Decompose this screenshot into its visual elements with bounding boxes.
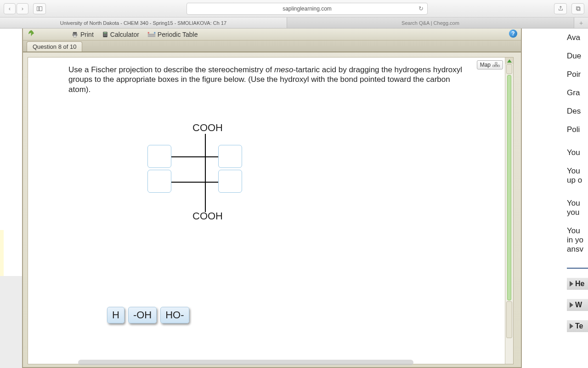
right-strip <box>533 29 553 368</box>
q-pre: Use a Fischer projection to describe the… <box>68 65 274 74</box>
token-oh-left[interactable]: HO- <box>160 307 189 323</box>
calculator-icon <box>102 31 108 38</box>
scroll-thumb-bottom[interactable] <box>506 301 512 338</box>
help-icon[interactable]: ? <box>509 29 517 38</box>
rc-section-w[interactable]: W <box>567 299 588 311</box>
svg-point-7 <box>104 34 104 34</box>
question-body: Map Use a Fischer projection to describe… <box>28 57 514 364</box>
question-tab-row: Question 8 of 10 <box>23 40 521 52</box>
rc-line: Poir <box>567 70 588 79</box>
token-oh-right[interactable]: -OH <box>128 307 157 323</box>
scroll-highlight <box>507 75 511 300</box>
reload-icon[interactable]: ↻ <box>418 5 424 12</box>
svg-rect-2 <box>73 32 77 34</box>
question-text: Use a Fischer projection to describe the… <box>28 58 513 99</box>
chevron-right-icon <box>570 302 573 308</box>
sitemap-icon <box>492 62 500 68</box>
periodic-tool[interactable]: Periodic Table <box>147 31 198 38</box>
url-text: saplinglearning.com <box>283 6 332 12</box>
fischer-bottom-label: COOH <box>192 210 223 222</box>
tabs-icon[interactable] <box>571 3 584 14</box>
vertical-scrollbar[interactable] <box>505 58 513 364</box>
rc-line: Poli <box>567 125 588 134</box>
print-label: Print <box>80 31 94 38</box>
periodic-table-icon <box>147 31 156 38</box>
new-tab-button[interactable]: + <box>574 17 588 28</box>
rc-line: You <box>567 148 588 157</box>
svg-rect-0 <box>576 7 579 10</box>
rc-line: You up o <box>567 167 588 185</box>
calculator-tool[interactable]: Calculator <box>102 31 139 38</box>
share-icon[interactable] <box>554 3 567 14</box>
calculator-label: Calculator <box>110 31 139 38</box>
right-column: Ava Due Poir Gra Des Poli You You up o Y… <box>553 29 588 368</box>
chevron-right-icon <box>570 281 573 287</box>
sapling-frame: Print Calculator Periodic Table ? Questi… <box>22 29 522 368</box>
tab-sapling[interactable]: University of North Dakota - CHEM 340 - … <box>0 17 287 28</box>
svg-rect-4 <box>74 35 76 37</box>
gutter-gray <box>0 276 22 368</box>
token-h[interactable]: H <box>107 307 124 323</box>
map-label: Map <box>480 62 491 68</box>
svg-rect-1 <box>577 7 580 10</box>
fischer-vertical-bond <box>205 134 206 212</box>
rc-section-te[interactable]: Te <box>567 320 588 332</box>
print-icon <box>71 31 79 38</box>
page-content: Print Calculator Periodic Table ? Questi… <box>0 29 588 368</box>
rc-line: Ava <box>567 33 588 42</box>
question-tab[interactable]: Question 8 of 10 <box>27 41 82 52</box>
fischer-projection: COOH COOH <box>134 122 253 228</box>
svg-point-8 <box>105 34 105 34</box>
tab-strip: University of North Dakota - CHEM 340 - … <box>0 17 588 29</box>
svg-rect-16 <box>148 35 156 37</box>
left-gutter <box>0 29 22 368</box>
svg-rect-20 <box>493 65 495 67</box>
rc-section-help[interactable]: He <box>567 278 588 290</box>
scroll-up-arrow[interactable] <box>505 58 513 64</box>
dropzone-top-right[interactable] <box>218 145 242 168</box>
svg-rect-22 <box>498 65 499 67</box>
svg-point-12 <box>106 35 106 35</box>
browser-toolbar: ‹ › saplinglearning.com ↻ <box>0 0 588 17</box>
rc-line: Due <box>567 52 588 61</box>
sapling-toolbar: Print Calculator Periodic Table ? <box>23 29 521 40</box>
svg-rect-6 <box>103 32 107 33</box>
svg-point-11 <box>105 35 105 35</box>
dropzone-bottom-right[interactable] <box>218 170 242 193</box>
url-bar[interactable]: saplinglearning.com ↻ <box>187 3 428 15</box>
tab-chegg[interactable]: Search Q&A | Chegg.com <box>287 17 574 28</box>
rc-line: Des <box>567 107 588 116</box>
scroll-thumb-top[interactable] <box>506 64 512 74</box>
svg-rect-21 <box>495 65 497 67</box>
gutter-highlight <box>0 230 4 276</box>
rc-line: You in yo ansv <box>567 226 588 254</box>
svg-rect-14 <box>154 32 155 33</box>
periodic-label: Periodic Table <box>158 31 198 38</box>
svg-point-10 <box>104 35 104 35</box>
sidebar-toggle[interactable] <box>33 3 46 14</box>
svg-point-9 <box>106 34 106 34</box>
rc-line: Gra <box>567 88 588 98</box>
dropzone-top-left[interactable] <box>147 145 171 168</box>
print-tool[interactable]: Print <box>71 31 94 38</box>
svg-rect-17 <box>495 63 497 64</box>
fischer-top-label: COOH <box>192 122 223 134</box>
back-button[interactable]: ‹ <box>4 3 16 14</box>
svg-rect-15 <box>148 34 156 35</box>
q-meso: meso <box>274 65 294 74</box>
rc-line: You you <box>567 199 588 217</box>
dropzone-bottom-left[interactable] <box>147 170 171 193</box>
draggable-token-row: H -OH HO- <box>107 307 189 323</box>
horizontal-scrollbar[interactable] <box>78 360 413 365</box>
svg-rect-13 <box>148 32 149 33</box>
chevron-right-icon <box>570 323 573 329</box>
map-button[interactable]: Map <box>477 60 503 69</box>
leaf-icon <box>27 29 36 39</box>
forward-button[interactable]: › <box>17 3 28 14</box>
